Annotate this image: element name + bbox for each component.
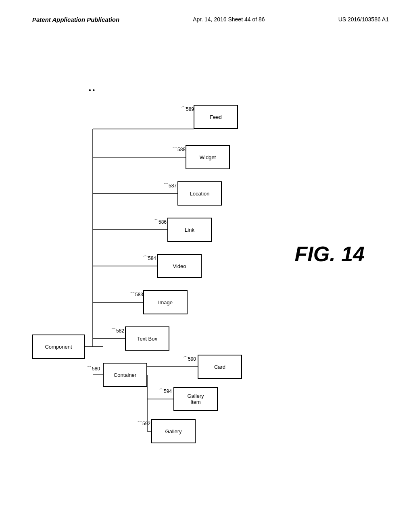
- publication-title: Patent Application Publication: [32, 16, 119, 23]
- component-box: Component: [32, 335, 85, 359]
- component-label: Component: [45, 344, 72, 350]
- ref-589: ⌒589: [181, 106, 194, 113]
- textbox-label: Text Box: [137, 336, 157, 342]
- ref-586: ⌒586: [153, 218, 167, 226]
- feed-label: Feed: [210, 114, 222, 120]
- galleryitem-box: Gallery Item: [173, 387, 218, 411]
- widget-box: Widget: [186, 145, 230, 169]
- location-label: Location: [190, 191, 209, 197]
- ref-587: ⌒587: [163, 182, 177, 189]
- publication-date-sheet: Apr. 14, 2016 Sheet 44 of 86: [193, 16, 265, 23]
- image-label: Image: [158, 299, 173, 305]
- feed-box: Feed: [194, 105, 238, 129]
- ref-582: ⌒582: [111, 327, 124, 335]
- video-box: Video: [157, 254, 202, 278]
- link-box: Link: [167, 218, 212, 242]
- image-box: Image: [143, 290, 188, 314]
- ref-592: ⌒592: [137, 420, 150, 427]
- gallery-box: Gallery: [151, 419, 196, 443]
- link-label: Link: [185, 227, 194, 233]
- publication-number: US 2016/103586 A1: [338, 16, 389, 23]
- card-label: Card: [214, 364, 225, 370]
- ref-580: ⌒580: [87, 365, 100, 372]
- ref-590: ⌒590: [183, 355, 196, 363]
- ref-594: ⌒594: [159, 388, 172, 395]
- container-label: Container: [114, 372, 136, 378]
- gallery-label: Gallery: [165, 428, 181, 434]
- location-box: Location: [177, 181, 222, 206]
- textbox-box: Text Box: [125, 326, 169, 351]
- page-header: Patent Application Publication Apr. 14, …: [0, 0, 413, 31]
- container-box: Container: [103, 363, 147, 387]
- widget-label: Widget: [200, 154, 216, 160]
- ref-584: ⌒584: [143, 255, 156, 262]
- figure-label: FIG. 14: [295, 242, 365, 266]
- diagram-area: Component Container Text Box Image Video…: [0, 48, 413, 516]
- ref-583: ⌒583: [130, 291, 143, 298]
- galleryitem-label: Gallery Item: [187, 393, 204, 405]
- continuation-dots: ••: [89, 87, 96, 94]
- ref-588: ⌒588: [172, 146, 186, 153]
- video-label: Video: [173, 263, 186, 269]
- card-box: Card: [198, 355, 242, 379]
